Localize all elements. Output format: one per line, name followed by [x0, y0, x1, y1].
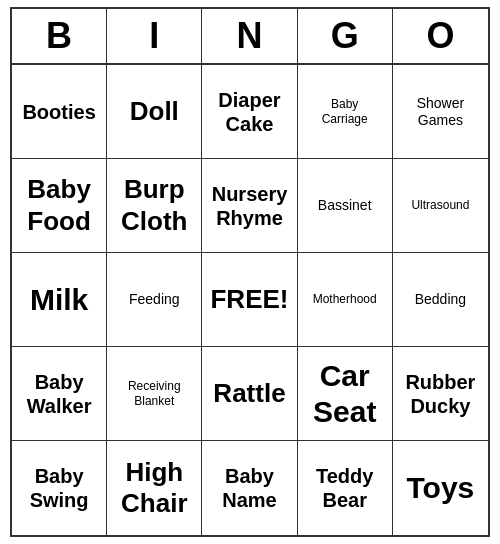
cell-text-3: BabyCarriage	[322, 97, 368, 126]
cell-text-16: ReceivingBlanket	[128, 379, 181, 408]
cell-text-4: ShowerGames	[417, 95, 464, 129]
cell-text-13: Motherhood	[313, 292, 377, 306]
cell-text-19: RubberDucky	[405, 370, 475, 418]
bingo-header: BINGO	[12, 9, 488, 65]
bingo-cell-20[interactable]: BabySwing	[12, 441, 107, 535]
bingo-cell-3[interactable]: BabyCarriage	[298, 65, 393, 159]
bingo-cell-11[interactable]: Feeding	[107, 253, 202, 347]
bingo-cell-4[interactable]: ShowerGames	[393, 65, 488, 159]
bingo-cell-19[interactable]: RubberDucky	[393, 347, 488, 441]
bingo-cell-5[interactable]: BabyFood	[12, 159, 107, 253]
cell-text-1: Doll	[130, 96, 179, 127]
cell-text-14: Bedding	[415, 291, 466, 308]
bingo-cell-15[interactable]: BabyWalker	[12, 347, 107, 441]
bingo-cell-2[interactable]: DiaperCake	[202, 65, 297, 159]
bingo-cell-7[interactable]: NurseryRhyme	[202, 159, 297, 253]
cell-text-12: FREE!	[210, 284, 288, 315]
cell-text-20: BabySwing	[30, 464, 89, 512]
bingo-cell-6[interactable]: BurpCloth	[107, 159, 202, 253]
cell-text-23: TeddyBear	[316, 464, 373, 512]
bingo-cell-9[interactable]: Ultrasound	[393, 159, 488, 253]
header-letter-g: G	[298, 9, 393, 63]
bingo-cell-12[interactable]: FREE!	[202, 253, 297, 347]
cell-text-2: DiaperCake	[218, 88, 280, 136]
header-letter-o: O	[393, 9, 488, 63]
bingo-cell-17[interactable]: Rattle	[202, 347, 297, 441]
cell-text-18: CarSeat	[313, 358, 376, 430]
bingo-cell-14[interactable]: Bedding	[393, 253, 488, 347]
cell-text-17: Rattle	[213, 378, 285, 409]
cell-text-21: HighChair	[121, 457, 187, 519]
cell-text-8: Bassinet	[318, 197, 372, 214]
cell-text-0: Booties	[22, 100, 95, 124]
bingo-cell-22[interactable]: BabyName	[202, 441, 297, 535]
bingo-cell-1[interactable]: Doll	[107, 65, 202, 159]
bingo-cell-23[interactable]: TeddyBear	[298, 441, 393, 535]
bingo-cell-10[interactable]: Milk	[12, 253, 107, 347]
cell-text-15: BabyWalker	[27, 370, 92, 418]
bingo-card: BINGO BootiesDollDiaperCakeBabyCarriageS…	[10, 7, 490, 537]
cell-text-10: Milk	[30, 282, 88, 318]
bingo-cell-21[interactable]: HighChair	[107, 441, 202, 535]
bingo-cell-8[interactable]: Bassinet	[298, 159, 393, 253]
bingo-cell-0[interactable]: Booties	[12, 65, 107, 159]
bingo-cell-24[interactable]: Toys	[393, 441, 488, 535]
cell-text-7: NurseryRhyme	[212, 182, 288, 230]
bingo-grid: BootiesDollDiaperCakeBabyCarriageShowerG…	[12, 65, 488, 535]
bingo-cell-16[interactable]: ReceivingBlanket	[107, 347, 202, 441]
cell-text-6: BurpCloth	[121, 174, 187, 236]
bingo-cell-13[interactable]: Motherhood	[298, 253, 393, 347]
cell-text-22: BabyName	[222, 464, 276, 512]
cell-text-11: Feeding	[129, 291, 180, 308]
header-letter-b: B	[12, 9, 107, 63]
cell-text-5: BabyFood	[27, 174, 91, 236]
header-letter-n: N	[202, 9, 297, 63]
cell-text-9: Ultrasound	[411, 198, 469, 212]
cell-text-24: Toys	[406, 470, 474, 506]
bingo-cell-18[interactable]: CarSeat	[298, 347, 393, 441]
header-letter-i: I	[107, 9, 202, 63]
